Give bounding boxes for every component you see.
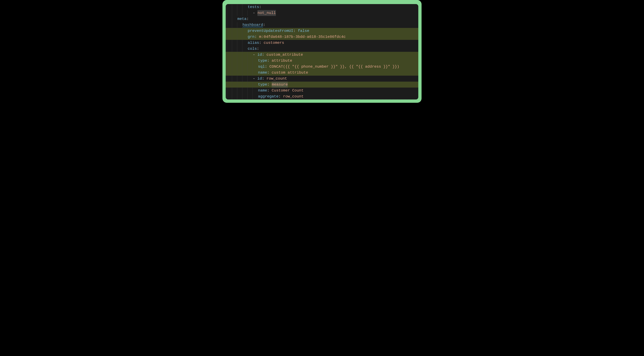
indent-guides: [226, 70, 258, 76]
yaml-key: type: [258, 58, 267, 64]
yaml-key: preventUpdatesFromUI: [248, 28, 293, 34]
code-line[interactable]: sql: CONCAT({{ "{{ phone_number }}" }}, …: [226, 64, 418, 70]
code-line[interactable]: name: custom attribute: [226, 70, 418, 76]
indent-guides: [226, 34, 248, 40]
punctuation: :: [259, 40, 264, 46]
punctuation: :: [267, 88, 272, 93]
line-content: - id: row_count: [252, 76, 287, 82]
code-line[interactable]: - id: custom_attribute: [226, 52, 418, 58]
line-content: preventUpdatesFromUI: false: [248, 28, 309, 34]
yaml-value: m:04fda648-187b-3bdd-a618-35c1e86fdc4c: [259, 34, 346, 40]
line-content: hashboard:: [242, 22, 265, 28]
yaml-key: alias: [248, 40, 259, 46]
yaml-value: attribute: [272, 58, 292, 64]
punctuation: :: [254, 34, 259, 40]
line-content: alias: customers: [248, 40, 284, 46]
line-content: type: measure: [258, 82, 288, 88]
yaml-value: row_count: [266, 76, 287, 82]
code-editor[interactable]: tests:- not_nullmeta:hashboard:preventUp…: [226, 4, 418, 99]
punctuation: :: [259, 4, 261, 10]
code-line[interactable]: meta:: [226, 16, 418, 22]
indent-guides: [226, 40, 248, 46]
yaml-key: id: [258, 76, 262, 82]
yaml-value: row_count: [283, 93, 304, 99]
yaml-key: grn: [248, 34, 254, 40]
yaml-key: sql: [258, 64, 265, 70]
line-content: cols:: [248, 46, 259, 52]
line-content: name: custom attribute: [258, 70, 308, 76]
indent-guides: [226, 76, 252, 82]
yaml-key: name: [258, 70, 267, 76]
indent-guides: [226, 52, 252, 58]
line-content: sql: CONCAT({{ "{{ phone_number }}" }}, …: [258, 64, 399, 70]
line-content: meta:: [237, 16, 249, 22]
yaml-value: customers: [264, 40, 284, 46]
line-content: type: attribute: [258, 58, 292, 64]
line-content: - id: custom_attribute: [252, 52, 303, 58]
scroll-cutoff-indicator: [226, 99, 418, 99]
indent-guides: [226, 58, 258, 64]
code-line[interactable]: tests:: [226, 4, 418, 10]
code-line[interactable]: preventUpdatesFromUI: false: [226, 28, 418, 34]
indent-guides: [226, 64, 258, 70]
punctuation: :: [262, 52, 266, 58]
punctuation: :: [267, 82, 272, 88]
indent-guides: [226, 46, 248, 52]
yaml-key: meta: [237, 16, 246, 22]
indent-guides: [226, 10, 252, 16]
indent-guides: [226, 28, 248, 34]
punctuation: :: [278, 93, 283, 99]
code-line[interactable]: grn: m:04fda648-187b-3bdd-a618-35c1e86fd…: [226, 34, 418, 40]
punctuation: :: [263, 22, 265, 28]
indent-guides: [226, 82, 258, 88]
code-line[interactable]: type: measure: [226, 82, 418, 88]
yaml-key: type: [258, 82, 267, 88]
line-content: tests:: [248, 4, 261, 10]
yaml-value: custom attribute: [272, 70, 308, 76]
code-line[interactable]: type: attribute: [226, 58, 418, 64]
punctuation: :: [267, 58, 272, 64]
yaml-value: CONCAT({{ "{{ phone_number }}" }}, {{ "{…: [269, 64, 399, 70]
code-line[interactable]: hashboard:: [226, 22, 418, 28]
line-content: name: Customer Count: [258, 88, 304, 93]
punctuation: :: [246, 16, 249, 22]
code-line[interactable]: cols:: [226, 46, 418, 52]
code-line[interactable]: - not_null: [226, 10, 418, 16]
code-line[interactable]: aggregate: row_count: [226, 93, 418, 99]
card-frame: tests:- not_nullmeta:hashboard:preventUp…: [222, 0, 422, 103]
punctuation: :: [267, 70, 272, 76]
yaml-value: custom_attribute: [266, 52, 303, 58]
selected-text: measure: [272, 82, 288, 88]
yaml-key: cols: [248, 46, 257, 52]
punctuation: :: [262, 76, 266, 82]
list-dash: -: [253, 76, 258, 82]
yaml-key: false: [298, 28, 309, 34]
yaml-key: tests: [248, 4, 259, 10]
indent-guides: [226, 88, 258, 93]
selected-text: not_null: [258, 10, 276, 16]
yaml-value: Customer Count: [272, 88, 304, 93]
line-content: aggregate: row_count: [258, 93, 304, 99]
line-content: grn: m:04fda648-187b-3bdd-a618-35c1e86fd…: [248, 34, 346, 40]
yaml-key: id: [258, 52, 262, 58]
yaml-key: hashboard: [242, 22, 263, 28]
indent-guides: [226, 93, 258, 99]
code-line[interactable]: alias: customers: [226, 40, 418, 46]
indent-guides: [226, 16, 237, 22]
list-dash: -: [253, 10, 258, 16]
indent-guides: [226, 4, 248, 10]
indent-guides: [226, 22, 242, 28]
code-line[interactable]: name: Customer Count: [226, 88, 418, 93]
punctuation: :: [265, 64, 269, 70]
list-dash: -: [253, 52, 258, 58]
yaml-key: name: [258, 88, 267, 93]
punctuation: :: [293, 28, 298, 34]
code-line[interactable]: - id: row_count: [226, 76, 418, 82]
line-content: - not_null: [252, 10, 276, 16]
punctuation: :: [257, 46, 259, 52]
yaml-key: aggregate: [258, 93, 278, 99]
